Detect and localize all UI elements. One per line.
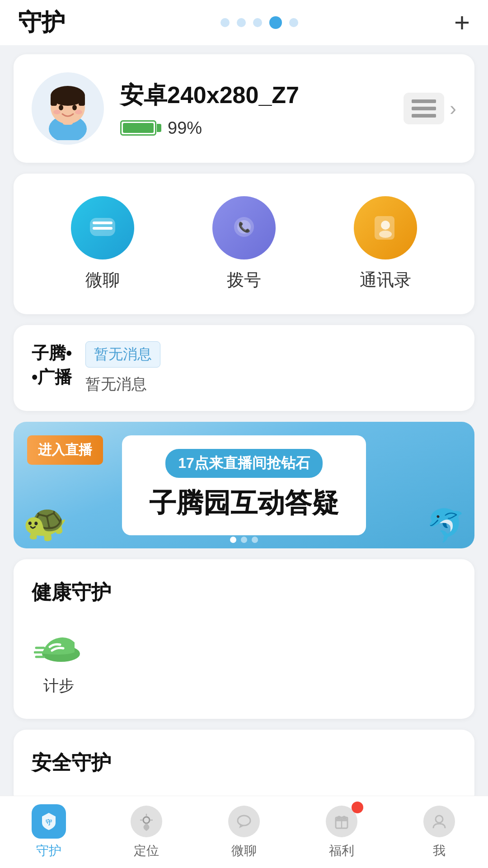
main-content: 安卓240x280_Z7 99% › (0, 45, 488, 868)
svg-point-37 (436, 816, 443, 823)
nav-icon-fuli (324, 805, 360, 838)
health-section-title: 健康守护 (32, 579, 456, 606)
profile-card[interactable]: 安卓240x280_Z7 99% › (14, 54, 474, 163)
header-title: 守护 (18, 7, 65, 38)
nav-icon-bg-shouhu: 守 (32, 804, 66, 839)
dot-2 (237, 18, 246, 27)
battery-icon (120, 120, 161, 136)
broadcast-content: 暂无消息 暂无消息 (85, 341, 456, 395)
nav-icon-circle-wo (423, 806, 455, 837)
nav-icon-weiliao (226, 805, 262, 838)
banner[interactable]: 进入直播 17点来直播间抢钻石 子腾园互动答疑 🐢 🐬 (14, 422, 474, 548)
action-chat-label: 微聊 (85, 269, 120, 292)
call-icon: 📞 (212, 196, 276, 259)
health-section: 健康守护 计步 (14, 559, 474, 719)
svg-rect-16 (93, 227, 113, 230)
broadcast-text: 暂无消息 (85, 374, 456, 395)
broadcast-card[interactable]: 子腾• •广播 暂无消息 暂无消息 (14, 325, 474, 411)
banner-main: 17点来直播间抢钻石 子腾园互动答疑 (122, 435, 366, 535)
add-button[interactable]: + (454, 9, 470, 36)
action-contacts[interactable]: 通讯录 (354, 196, 417, 292)
nav-icon-dingwei (128, 805, 164, 838)
steps-icon (32, 622, 86, 667)
profile-card-icon (404, 93, 444, 124)
svg-point-22 (379, 231, 392, 238)
nav-badge-fuli (352, 802, 363, 813)
svg-point-8 (72, 105, 77, 110)
action-chat[interactable]: 微聊 (71, 196, 134, 292)
action-contacts-label: 通讯录 (360, 269, 411, 292)
nav-item-dingwei[interactable]: 定位 (98, 805, 195, 859)
health-items: 计步 (32, 622, 456, 696)
nav-label-fuli: 福利 (329, 842, 354, 859)
svg-rect-15 (93, 222, 113, 224)
bottom-nav: 守 守护 定位 (0, 796, 488, 868)
svg-point-9 (53, 110, 61, 114)
svg-text:守: 守 (46, 819, 52, 826)
svg-rect-5 (51, 96, 57, 106)
safety-section-title: 安全守护 (32, 750, 456, 776)
svg-text:📞: 📞 (238, 221, 250, 233)
banner-subtitle: 17点来直播间抢钻石 (165, 449, 323, 478)
banner-enter-button[interactable]: 进入直播 (27, 435, 103, 465)
nav-label-weiliao: 微聊 (231, 842, 257, 859)
nav-icon-circle-dingwei (131, 806, 162, 837)
nav-label-shouhu: 守护 (36, 842, 61, 859)
dot-4 (269, 16, 282, 29)
profile-name: 安卓240x280_Z7 (120, 80, 387, 111)
header: 守护 + (0, 0, 488, 45)
quick-actions-card: 微聊 📞 拨号 通讯录 (14, 174, 474, 314)
nav-icon-shouhu: 守 (31, 805, 67, 838)
nav-item-wo[interactable]: 我 (390, 805, 488, 859)
banner-title: 子腾园互动答疑 (149, 485, 339, 522)
profile-right[interactable]: › (404, 93, 456, 124)
svg-rect-11 (412, 99, 436, 103)
header-dots (221, 16, 298, 29)
nav-item-shouhu[interactable]: 守 守护 (0, 805, 98, 859)
nav-label-dingwei: 定位 (134, 842, 159, 859)
health-item-steps[interactable]: 计步 (32, 622, 86, 696)
svg-point-21 (381, 221, 390, 230)
svg-point-10 (75, 110, 82, 114)
svg-point-33 (238, 816, 250, 826)
svg-point-28 (143, 817, 150, 823)
banner-dots (230, 537, 258, 543)
chat-icon (71, 196, 134, 259)
dot-1 (221, 18, 230, 27)
action-call-label: 拨号 (227, 269, 261, 292)
dot-5 (289, 18, 298, 27)
svg-rect-6 (79, 96, 85, 106)
svg-rect-12 (412, 107, 436, 110)
nav-item-weiliao[interactable]: 微聊 (195, 805, 293, 859)
nav-icon-circle-weiliao (228, 806, 260, 837)
nav-label-wo: 我 (433, 842, 446, 859)
broadcast-badge: 暂无消息 (85, 341, 160, 368)
battery-percent: 99% (168, 118, 202, 138)
nav-item-fuli[interactable]: 福利 (293, 805, 390, 859)
battery-row: 99% (120, 118, 387, 138)
safety-section: 安全守护 (14, 730, 474, 806)
svg-point-7 (59, 105, 63, 110)
nav-icon-wo (421, 805, 457, 838)
broadcast-title: 子腾• •广播 (32, 341, 72, 389)
banner-dolphin-icon: 🐬 (426, 507, 465, 544)
dot-3 (253, 18, 262, 27)
avatar (32, 72, 104, 145)
contacts-icon (354, 196, 417, 259)
svg-rect-13 (412, 114, 436, 118)
action-call[interactable]: 📞 拨号 (212, 196, 276, 292)
profile-info: 安卓240x280_Z7 99% (120, 80, 387, 138)
profile-chevron: › (450, 97, 456, 120)
banner-turtle-icon: 🐢 (23, 501, 68, 544)
steps-label: 计步 (43, 675, 74, 696)
